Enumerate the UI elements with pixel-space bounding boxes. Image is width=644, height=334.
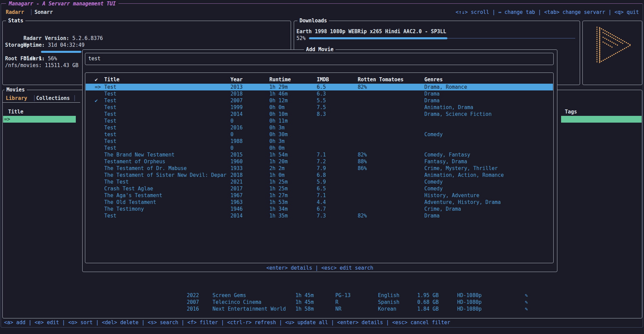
search-result-row[interactable]: Test 2014 0h 10m 8.3 Drama, Science Fict…: [86, 111, 553, 118]
result-imdb: 7.2: [317, 158, 326, 165]
result-title: The Brand New Testament: [104, 151, 229, 158]
search-result-row[interactable]: Test 2018 1h 46m 6.3 Drama: [86, 90, 553, 97]
movie-list-item[interactable]: 1408: [3, 278, 76, 285]
runtime-cell: 1h 45m: [295, 292, 314, 299]
movie-list-item[interactable]: Alien: [3, 163, 76, 170]
movie-list-item[interactable]: The Conjuring: [3, 123, 76, 129]
search-result-row[interactable]: Test 2014 1h 35m 7.3 82% Drama: [86, 212, 553, 219]
add-movie-search-input[interactable]: [88, 54, 549, 64]
stats-version-row: Radarr Version:5.2.6.8376: [5, 28, 103, 35]
result-title: The Testament of Sister New Devil: Depar: [104, 172, 229, 179]
result-genres: Animation, Drama: [424, 104, 552, 111]
tab-radarr[interactable]: Radarr: [6, 9, 24, 16]
movie-list: =>Dune The Conjuring The Conjuring 2 The…: [3, 116, 76, 312]
result-year: 2015: [230, 151, 243, 158]
result-year: 1946: [230, 206, 243, 212]
result-year: 1967: [230, 192, 243, 199]
result-title: Test: [104, 145, 229, 151]
language-cell: Korean: [378, 306, 396, 312]
search-result-row[interactable]: => Test 2013 1h 29m 6.5 82% Drama, Roman…: [86, 84, 553, 90]
movie-list-item[interactable]: Slender Man: [3, 231, 76, 238]
movie-detail-row[interactable]: 2007 Telecinco Cinema 1h 45m R Spanish 0…: [3, 299, 642, 306]
search-result-row[interactable]: Test 1999 0h 0m 7.5 Animation, Drama: [86, 104, 553, 111]
search-result-row[interactable]: The Old Testament 1963 1h 53m 4.4 Advent…: [86, 199, 553, 206]
tag-icon: ✎: [525, 306, 528, 312]
tab-sonarr[interactable]: Sonarr: [35, 9, 53, 16]
tab-collections[interactable]: Collections: [36, 95, 70, 102]
root-folders-label: Root Folders:: [5, 55, 45, 62]
movie-list-item[interactable]: Inception: [3, 143, 76, 150]
search-result-row[interactable]: The Testimony 1946 1h 34m 6.7 Crime, Dra…: [86, 206, 553, 212]
studio-cell: Screen Gems: [213, 292, 246, 299]
movie-list-item[interactable]: Incantation: [3, 251, 76, 258]
search-result-row[interactable]: The Testament of Sister New Devil: Depar…: [86, 172, 553, 179]
movie-list-item[interactable]: The Conjuring 2: [3, 129, 76, 136]
result-genres: Drama: [424, 90, 552, 97]
result-genres: Drama, Science Fiction: [424, 111, 552, 118]
search-result-row[interactable]: The Test 2021 1h 25m 5.9 Comedy: [86, 179, 553, 185]
language-cell: English: [378, 292, 399, 299]
search-result-row[interactable]: The Testament of Dr. Mabuse 1933 2h 2m 7…: [86, 165, 553, 172]
movie-list-item[interactable]: Gone with the Wind: [3, 184, 76, 190]
row-marker: =>: [95, 84, 101, 90]
movie-list-item[interactable]: Misery: [3, 265, 76, 272]
studio-cell: Next Entertainment World: [213, 306, 286, 312]
movie-list-item[interactable]: =>Dune: [3, 116, 76, 123]
movie-list-item[interactable]: mother!: [3, 245, 76, 251]
result-runtime: 1h 46m: [269, 90, 288, 97]
selected-row-tags-cell[interactable]: [561, 116, 642, 123]
movie-list-item[interactable]: Sinister: [3, 211, 76, 217]
movie-list-item[interactable]: Life: [3, 170, 76, 177]
movie-list-item[interactable]: A Quiet Place: [3, 190, 76, 197]
result-year: 2016: [230, 124, 243, 131]
movies-tab-divider: │: [73, 95, 76, 102]
result-genres: Crime, Drama: [424, 206, 552, 212]
search-result-row[interactable]: Test 1988 0h 3m: [86, 138, 553, 145]
result-imdb: 5.9: [317, 179, 326, 185]
search-result-row[interactable]: The Aga's Testament 1967 1h 27m 7.1 Hist…: [86, 192, 553, 199]
result-runtime: 0h 30m: [269, 131, 288, 138]
download-progress-gauge: [309, 35, 575, 42]
movie-list-item[interactable]: The Witch: [3, 204, 76, 211]
tags-column-header: Tags: [565, 108, 577, 115]
movie-list-item[interactable]: Firestarter: [3, 258, 76, 265]
add-movie-modal-title: Add Movie: [304, 46, 335, 53]
gauge-fill: [309, 37, 447, 39]
bottom-keybindings: <a> add | <e> edit | <o> sort | <del> de…: [4, 319, 450, 326]
result-genres: Comedy: [424, 179, 552, 185]
language-cell: Spanish: [378, 299, 399, 306]
movie-detail-row[interactable]: 2022 Screen Gems 1h 45m PG-13 English 1.…: [3, 292, 642, 299]
search-result-row[interactable]: The Brand New Testament 2015 1h 54m 7.1 …: [86, 151, 553, 158]
movie-list-item[interactable]: The Conjuring: The De: [3, 136, 76, 143]
result-runtime: 0h 0m: [269, 104, 285, 111]
search-result-row[interactable]: test 0 0h 30m Comedy: [86, 131, 553, 138]
tab-library[interactable]: Library: [6, 95, 27, 102]
search-result-row[interactable]: Test 2016 0h 3m: [86, 124, 553, 131]
movie-list-item[interactable]: Us: [3, 224, 76, 231]
result-genres: Comedy: [424, 185, 552, 192]
result-title: Crash Test Aglae: [104, 185, 229, 192]
result-year: 2017: [230, 185, 243, 192]
result-runtime: 1h 27m: [269, 192, 288, 199]
movie-list-item[interactable]: Sinister 2: [3, 217, 76, 224]
search-result-row[interactable]: Test 0 0h 0m: [86, 145, 553, 151]
movie-detail-row[interactable]: 2016 Next Entertainment World 1h 58m NR …: [3, 306, 642, 312]
add-movie-modal: Add Movie ✔ Title Year Runtime IMDB Rott…: [82, 49, 557, 272]
movie-list-item[interactable]: Lights Out: [3, 272, 76, 278]
movie-list-item[interactable]: The Martian: [3, 150, 76, 156]
quality-cell: HD-1080p: [457, 299, 482, 306]
search-result-row[interactable]: Crash Test Aglae 2017 1h 25m 6.5 Comedy: [86, 185, 553, 192]
search-result-row[interactable]: Test 0 0h 11m: [86, 118, 553, 124]
search-result-row[interactable]: ✔ Test 2007 0h 12m 5.5 Drama: [86, 97, 553, 104]
movie-list-item[interactable]: The Girl with All the: [3, 285, 76, 292]
movie-list-item[interactable]: The Thing: [3, 156, 76, 163]
title-column-header: Title: [8, 108, 23, 115]
movie-list-item[interactable]: Ma: [3, 238, 76, 245]
movie-list-item[interactable]: A Quiet Place Part II: [3, 197, 76, 204]
result-runtime: 1h 25m: [269, 179, 288, 185]
servarr-tab-divider: │: [30, 9, 33, 16]
title-column-header: Title: [104, 76, 229, 83]
movie-list-item[interactable]: Nope: [3, 177, 76, 184]
search-result-row[interactable]: Testament of Orpheus 1960 1h 20m 7.2 88%…: [86, 158, 553, 165]
result-runtime: 0h 12m: [269, 97, 288, 104]
